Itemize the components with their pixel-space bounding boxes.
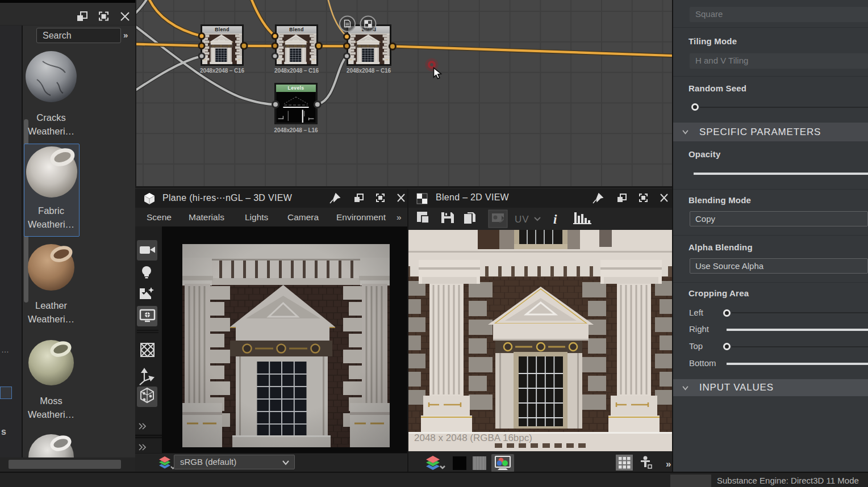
svg-text:2048 x 2048 (RGBA 16bpc): 2048 x 2048 (RGBA 16bpc): [414, 433, 532, 443]
svg-text:i: i: [553, 212, 557, 226]
svg-text:UV: UV: [515, 214, 529, 225]
svg-text:»: »: [666, 459, 671, 469]
